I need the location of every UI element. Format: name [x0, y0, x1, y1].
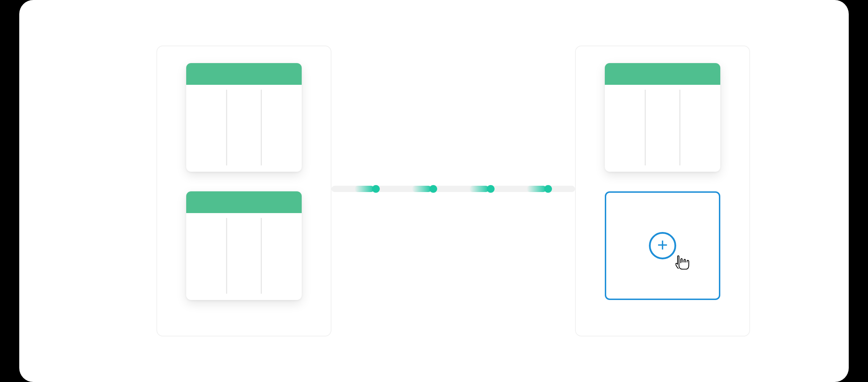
add-circle[interactable]: +: [649, 232, 676, 259]
table-column: [611, 90, 646, 165]
table-card: [186, 191, 302, 300]
flow-dot: [412, 185, 437, 193]
table-column: [646, 90, 680, 165]
table-header-bar: [605, 63, 720, 85]
table-body: [605, 85, 720, 172]
table-header-bar: [186, 63, 302, 85]
add-table-slot[interactable]: +: [605, 191, 720, 300]
data-flow-connector: [331, 186, 575, 192]
destination-panel: +: [575, 46, 750, 336]
pointer-cursor-icon: [676, 255, 691, 273]
flow-dot: [355, 185, 380, 193]
table-column: [262, 90, 295, 165]
table-column: [227, 218, 262, 294]
table-column: [680, 90, 714, 165]
flow-dot: [527, 185, 552, 193]
diagram-canvas: +: [19, 0, 849, 382]
table-body: [186, 213, 302, 300]
table-column: [227, 90, 262, 165]
table-body: [186, 85, 302, 172]
plus-icon: +: [657, 236, 668, 254]
table-card: [186, 63, 302, 172]
table-header-bar: [186, 191, 302, 213]
flow-dot: [469, 185, 495, 193]
table-column: [192, 90, 227, 165]
table-column: [192, 218, 227, 294]
source-panel: [156, 46, 331, 336]
table-column: [262, 218, 295, 294]
table-card: [605, 63, 720, 172]
